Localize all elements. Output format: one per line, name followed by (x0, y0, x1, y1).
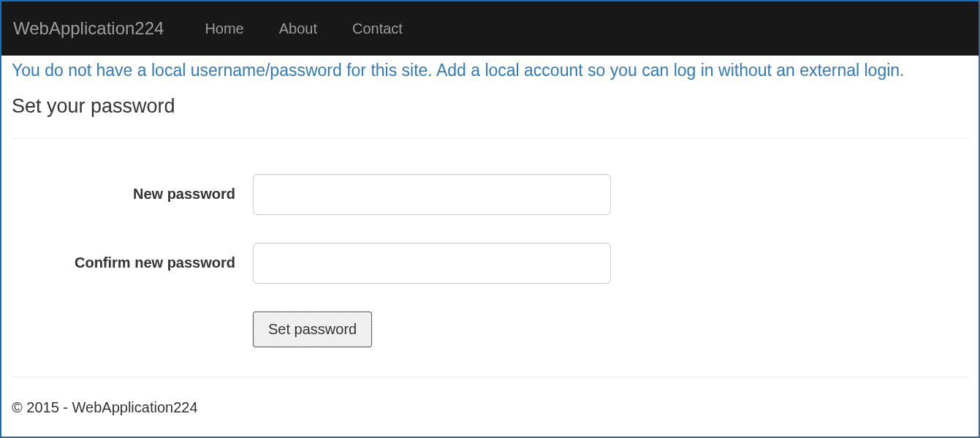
form-group-confirm-password: Confirm new password (12, 243, 968, 284)
nav-home[interactable]: Home (187, 20, 261, 37)
confirm-password-input[interactable] (253, 243, 611, 284)
form-title: Set your password (12, 95, 968, 118)
nav-contact[interactable]: Contact (335, 20, 420, 37)
footer: © 2015 - WebApplication224 (12, 399, 968, 416)
navbar: WebApplication224 Home About Contact (1, 1, 979, 56)
nav-links: Home About Contact (187, 20, 420, 37)
nav-about[interactable]: About (262, 20, 335, 37)
new-password-input[interactable] (253, 174, 611, 215)
content: You do not have a local username/passwor… (1, 56, 979, 416)
footer-text: © 2015 - WebApplication224 (12, 399, 968, 416)
form-group-new-password: New password (12, 174, 968, 215)
info-message: You do not have a local username/passwor… (12, 60, 968, 82)
new-password-label: New password (12, 186, 253, 203)
confirm-password-label: Confirm new password (12, 254, 253, 271)
divider-bottom (12, 377, 968, 377)
set-password-button[interactable]: Set password (253, 311, 372, 347)
submit-wrapper: Set password (253, 311, 968, 347)
divider-top (12, 138, 968, 139)
brand-link[interactable]: WebApplication224 (10, 18, 172, 39)
